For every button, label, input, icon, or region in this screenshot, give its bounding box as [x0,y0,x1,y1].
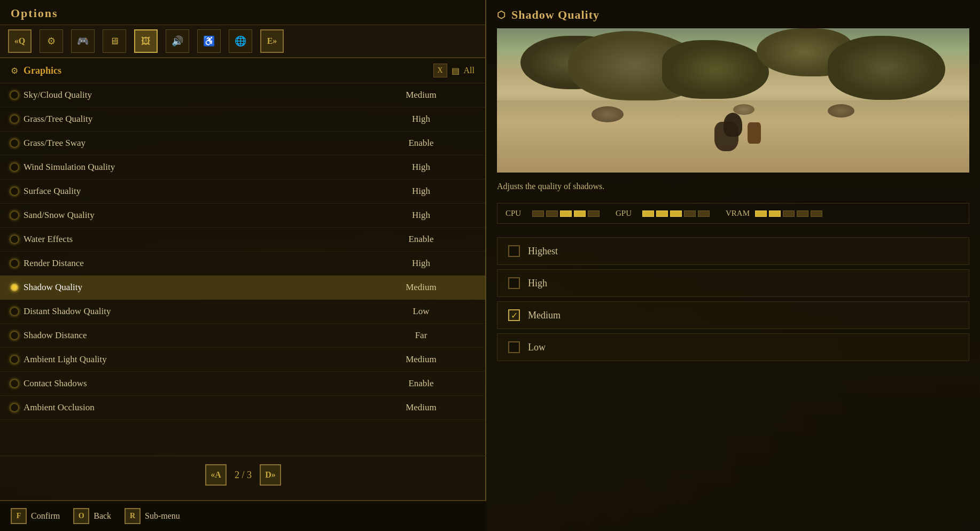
tab-accessibility[interactable]: ♿ [197,29,221,53]
tab-display[interactable]: 🖥 [103,29,126,53]
setting-row-shadow-distance[interactable]: Shadow Distance Far [0,324,485,348]
cpu-resource: CPU [505,209,600,218]
setting-row-grass-tree[interactable]: Grass/Tree Quality High [0,107,485,131]
character-body [714,122,738,151]
active-dot [11,260,18,267]
setting-value: High [368,258,475,269]
page-title: Options [11,6,58,20]
setting-name: Sky/Cloud Quality [24,90,368,100]
section-header: ⚙ Graphics X ▤ All [0,58,485,83]
tab-audio[interactable]: 🔊 [166,29,189,53]
preview-image [497,28,969,173]
gpu-dot-3 [670,210,682,217]
setting-value: Low [368,306,475,317]
setting-name: Wind Simulation Quality [24,162,368,173]
confirm-label: Confirm [31,511,60,521]
setting-name: Grass/Tree Sway [24,138,368,149]
setting-row-grass-sway[interactable]: Grass/Tree Sway Enable [0,131,485,155]
cpu-label: CPU [505,209,527,218]
setting-row-shadow-quality[interactable]: Shadow Quality Medium [0,276,485,300]
option-high[interactable]: High [497,269,969,297]
settings-list: Sky/Cloud Quality Medium Grass/Tree Qual… [0,83,485,420]
setting-row-surface[interactable]: Surface Quality High [0,179,485,204]
setting-row-wind[interactable]: Wind Simulation Quality High [0,155,485,179]
medium-label: Medium [528,310,561,321]
right-panel-title-text: Shadow Quality [511,8,600,22]
submenu-key: R [125,508,141,524]
setting-name: Water Effects [24,234,368,245]
resource-bars: CPU GPU VRAM [497,203,969,224]
tab-controller[interactable]: 🎮 [71,29,95,53]
high-checkbox[interactable] [508,277,520,289]
setting-row-ambient-occlusion[interactable]: Ambient Occlusion Medium [0,396,485,420]
active-dot [11,332,18,339]
tab-graphics[interactable]: 🖼 [134,29,158,53]
setting-value: High [368,162,475,173]
vram-dot-1 [755,210,767,217]
setting-name: Shadow Quality [24,282,368,293]
vram-dot-5 [811,210,822,217]
gpu-dot-2 [656,210,668,217]
right-title-icon: ⬡ [497,9,506,21]
setting-value: High [368,114,475,124]
tab-nav-q[interactable]: «Q [8,29,32,53]
back-label: Back [94,511,111,521]
tab-nav-e[interactable]: E» [260,29,284,53]
confirm-action: F Confirm [11,508,60,524]
bottom-bar: F Confirm O Back R Sub-menu [0,500,486,531]
setting-name: Ambient Light Quality [24,354,368,365]
filter-x-button[interactable]: X [433,64,447,77]
filter-area: X ▤ All [433,64,475,77]
setting-row-sand-snow[interactable]: Sand/Snow Quality High [0,204,485,228]
back-action: O Back [73,508,111,524]
setting-row-render-distance[interactable]: Render Distance High [0,252,485,276]
setting-value: Far [368,330,475,341]
highest-checkbox[interactable] [508,245,520,257]
option-highest[interactable]: Highest [497,237,969,265]
tab-tools[interactable]: ⚙ [40,29,63,53]
setting-name: Render Distance [24,258,368,269]
setting-value: Enable [368,378,475,389]
setting-row-contact-shadows[interactable]: Contact Shadows Enable [0,372,485,396]
setting-name: Ambient Occlusion [24,402,368,413]
setting-value: High [368,186,475,197]
gpu-dot-1 [642,210,654,217]
tab-language[interactable]: 🌐 [229,29,252,53]
active-dot [11,308,18,315]
active-dot [11,356,18,363]
next-page-button[interactable]: D» [260,464,281,486]
cpu-dot-3 [560,210,572,217]
character-pack [748,122,761,144]
setting-row-sky-cloud[interactable]: Sky/Cloud Quality Medium [0,83,485,107]
setting-row-water[interactable]: Water Effects Enable [0,228,485,252]
setting-value: Medium [368,282,475,293]
vram-dot-3 [783,210,795,217]
active-dot [11,163,18,171]
cpu-dot-4 [574,210,586,217]
setting-name: Contact Shadows [24,378,368,389]
cpu-dots [532,210,600,217]
title-bar: Options [0,0,485,25]
confirm-key: F [11,508,27,524]
active-dot [11,404,18,411]
setting-name: Grass/Tree Quality [24,114,368,124]
desert-scene [497,28,969,173]
low-label: Low [528,342,546,353]
setting-row-ambient-light[interactable]: Ambient Light Quality Medium [0,348,485,372]
setting-value: Medium [368,90,475,100]
setting-value: High [368,210,475,221]
submenu-action: R Sub-menu [125,508,180,524]
medium-checkbox[interactable]: ✓ [508,309,520,321]
rock1 [592,106,624,122]
setting-row-distant-shadow[interactable]: Distant Shadow Quality Low [0,300,485,324]
option-low[interactable]: Low [497,333,969,361]
option-medium[interactable]: ✓ Medium [497,301,969,329]
prev-page-button[interactable]: «A [205,464,227,486]
cpu-dot-5 [588,210,600,217]
low-checkbox[interactable] [508,341,520,353]
gpu-dots [642,210,710,217]
checkmark-icon: ✓ [511,310,518,321]
active-dot [11,188,18,195]
active-dot [11,115,18,123]
vram-dots [755,210,822,217]
